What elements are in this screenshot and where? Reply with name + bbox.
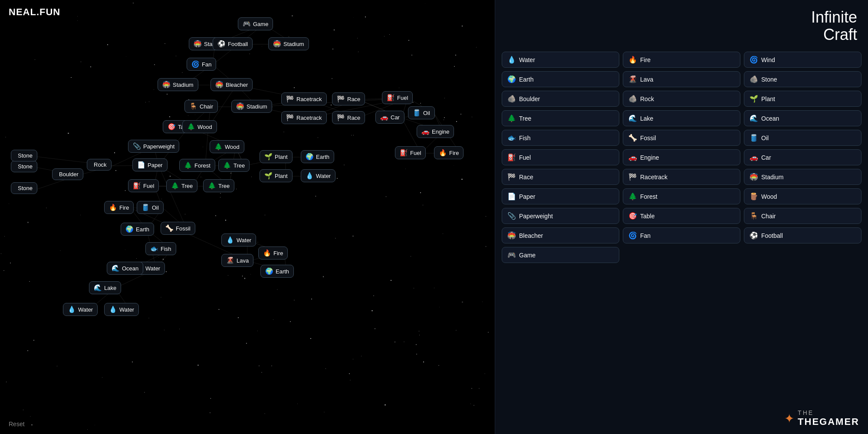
sidebar-item-water[interactable]: 💧Water bbox=[502, 52, 619, 68]
node-stone2[interactable]: Stone bbox=[11, 182, 37, 194]
sidebar-item-tree[interactable]: 🌲Tree bbox=[502, 110, 619, 126]
sidebar-item-fan[interactable]: 🌀Fan bbox=[623, 227, 740, 243]
node-lava[interactable]: 🌋Lava bbox=[221, 254, 253, 267]
sidebar-item-stadium[interactable]: 🏟️Stadium bbox=[744, 169, 861, 185]
node-game[interactable]: 🎮Game bbox=[238, 17, 273, 30]
sidebar-item-chair[interactable]: 🪑Chair bbox=[744, 208, 861, 224]
node-fire1[interactable]: 🔥Fire bbox=[104, 201, 134, 214]
sidebar-item-earth[interactable]: 🌍Earth bbox=[502, 71, 619, 87]
sidebar-item-wind[interactable]: 🌀Wind bbox=[744, 52, 861, 68]
node-fuel1[interactable]: ⛽Fuel bbox=[128, 179, 159, 192]
connections-canvas bbox=[0, 0, 490, 434]
sidebar-item-engine[interactable]: 🚗Engine bbox=[623, 149, 740, 165]
thegamer-text: THE THEGAMER bbox=[798, 409, 859, 427]
sidebar-item-boulder[interactable]: 🪨Boulder bbox=[502, 91, 619, 107]
node-stone3[interactable]: Stone bbox=[11, 150, 37, 161]
sidebar: Infinite Craft 💧Water🔥Fire🌀Wind🌍Earth🌋La… bbox=[495, 0, 868, 434]
game-title: Infinite Craft bbox=[502, 9, 857, 43]
node-earth1[interactable]: 🌍Earth bbox=[121, 223, 154, 236]
node-oil1[interactable]: 🛢️Oil bbox=[137, 201, 164, 214]
node-lake[interactable]: 🌊Lake bbox=[89, 281, 121, 294]
node-water1[interactable]: 💧Water bbox=[63, 303, 98, 316]
node-stadium1[interactable]: 🏟️Stadium bbox=[231, 100, 272, 113]
sidebar-item-wood[interactable]: 🪵Wood bbox=[744, 188, 861, 204]
node-stadium2[interactable]: 🏟️Stadium bbox=[158, 78, 198, 91]
node-wood2[interactable]: 🌲Wood bbox=[182, 120, 217, 133]
reset-button[interactable]: Reset bbox=[9, 421, 25, 427]
sidebar-item-bleacher[interactable]: 🏟️Bleacher bbox=[502, 227, 619, 243]
sidebar-item-fossil[interactable]: 🦴Fossil bbox=[623, 130, 740, 146]
node-ocean[interactable]: 🌊Ocean bbox=[107, 262, 143, 275]
node-fish[interactable]: 🐟Fish bbox=[145, 242, 176, 255]
node-race1[interactable]: 🏁Race bbox=[332, 92, 365, 105]
node-fuel3[interactable]: ⛽Fuel bbox=[395, 146, 426, 159]
sidebar-item-forest[interactable]: 🌲Forest bbox=[623, 188, 740, 204]
sidebar-item-football[interactable]: ⚽Football bbox=[744, 227, 861, 243]
sidebar-item-paperweight[interactable]: 📎Paperweight bbox=[502, 208, 619, 224]
sidebar-item-paper[interactable]: 📄Paper bbox=[502, 188, 619, 204]
node-engine[interactable]: 🚗Engine bbox=[417, 125, 454, 138]
sidebar-item-race[interactable]: 🏁Race bbox=[502, 169, 619, 185]
node-chair[interactable]: 🪑Chair bbox=[184, 100, 218, 113]
node-tree1[interactable]: 🌲Tree bbox=[166, 179, 197, 192]
node-earth3[interactable]: 🌍Earth bbox=[260, 265, 294, 278]
node-boulder[interactable]: Boulder bbox=[52, 168, 83, 180]
thegamer-icon: ✦ bbox=[784, 411, 794, 426]
sidebar-item-table[interactable]: 🎯Table bbox=[623, 208, 740, 224]
node-plant2[interactable]: 🌱Plant bbox=[260, 169, 293, 182]
node-paperweight[interactable]: 📎Paperweight bbox=[128, 140, 179, 153]
node-fan[interactable]: 🌀Fan bbox=[187, 58, 216, 71]
sidebar-item-racetrack[interactable]: 🏁Racetrack bbox=[623, 169, 740, 185]
node-fossil[interactable]: 🦴Fossil bbox=[161, 222, 195, 235]
sidebar-item-rock[interactable]: 🪨Rock bbox=[623, 91, 740, 107]
thegamer-logo: ✦ THE THEGAMER bbox=[784, 409, 859, 427]
node-racetrack2[interactable]: 🏁Racetrack bbox=[281, 92, 327, 105]
sidebar-item-car[interactable]: 🚗Car bbox=[744, 149, 861, 165]
node-water4[interactable]: 💧Water bbox=[301, 169, 335, 182]
node-fire3[interactable]: 🔥Fire bbox=[258, 247, 288, 260]
node-water2[interactable]: 💧Water bbox=[104, 303, 139, 316]
node-plant1[interactable]: 🌱Plant bbox=[260, 150, 293, 163]
node-stone1[interactable]: Stone bbox=[11, 161, 37, 172]
node-paper[interactable]: 📄Paper bbox=[132, 158, 168, 171]
node-forest[interactable]: 🌲Forest bbox=[179, 159, 215, 172]
node-oil2[interactable]: 🛢️Oil bbox=[408, 106, 435, 119]
node-water5[interactable]: 💧Water bbox=[221, 233, 256, 247]
node-racetrack1[interactable]: 🏁Racetrack bbox=[281, 111, 327, 124]
sidebar-item-lava[interactable]: 🌋Lava bbox=[623, 71, 740, 87]
node-rock[interactable]: Rock bbox=[87, 159, 112, 171]
node-tree3[interactable]: 🌲Tree bbox=[218, 159, 250, 172]
sidebar-item-game[interactable]: 🎮Game bbox=[502, 247, 619, 263]
node-football[interactable]: ⚽Football bbox=[213, 37, 253, 50]
node-race2[interactable]: 🏁Race bbox=[332, 111, 365, 124]
node-bleacher[interactable]: 🏟️Bleacher bbox=[210, 78, 253, 91]
node-earth2[interactable]: 🌍Earth bbox=[301, 150, 334, 163]
sidebar-item-stone[interactable]: 🪨Stone bbox=[744, 71, 861, 87]
sidebar-item-ocean[interactable]: 🌊Ocean bbox=[744, 110, 861, 126]
logo: NEAL.FUN bbox=[9, 7, 60, 18]
sidebar-title: Infinite Craft bbox=[502, 9, 861, 43]
node-car[interactable]: 🚗Car bbox=[375, 111, 404, 124]
sidebar-item-oil[interactable]: 🛢️Oil bbox=[744, 130, 861, 146]
sidebar-item-plant[interactable]: 🌱Plant bbox=[744, 91, 861, 107]
node-fire2[interactable]: 🔥Fire bbox=[434, 146, 464, 159]
node-stadium4[interactable]: 🏟️Stadium bbox=[268, 37, 309, 50]
node-fuel2[interactable]: ⛽Fuel bbox=[382, 91, 413, 104]
sidebar-item-fire[interactable]: 🔥Fire bbox=[623, 52, 740, 68]
node-tree2[interactable]: 🌲Tree bbox=[203, 179, 234, 192]
sidebar-item-fuel[interactable]: ⛽Fuel bbox=[502, 149, 619, 165]
node-wood1[interactable]: 🌲Wood bbox=[210, 140, 244, 153]
sidebar-item-fish[interactable]: 🐟Fish bbox=[502, 130, 619, 146]
sidebar-item-lake[interactable]: 🌊Lake bbox=[623, 110, 740, 126]
sidebar-grid: 💧Water🔥Fire🌀Wind🌍Earth🌋Lava🪨Stone🪨Boulde… bbox=[502, 52, 861, 263]
